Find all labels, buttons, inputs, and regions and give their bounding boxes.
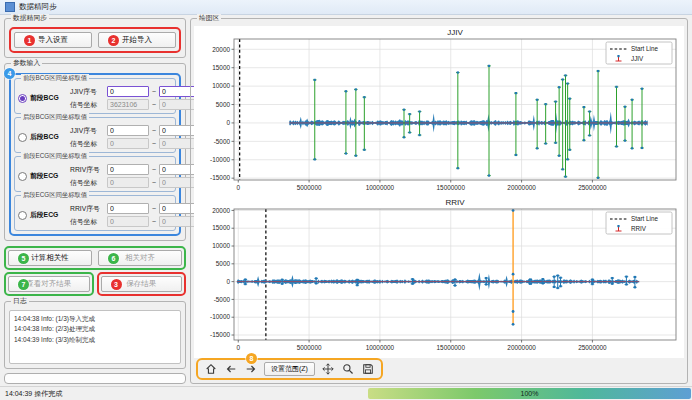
- zoom-icon[interactable]: [342, 363, 355, 376]
- rear-ecg-signal-min-input: [107, 216, 149, 227]
- set-range-button[interactable]: 设置范围(Z): [264, 362, 315, 376]
- svg-text:0: 0: [236, 184, 240, 191]
- tilde: ~: [152, 140, 156, 147]
- app-icon: [5, 2, 15, 12]
- tilde: ~: [152, 205, 156, 212]
- params-highlight-rect: 4 前段BCG区间坐标取值 前段BCG JJIV序号 ~: [9, 73, 181, 236]
- badge-7: 7: [18, 279, 29, 290]
- rear-ecg-rriv-min-input[interactable]: [107, 203, 149, 214]
- progress-label: 100%: [521, 390, 539, 397]
- svg-text:25000000: 25000000: [578, 344, 607, 351]
- svg-text:0: 0: [236, 344, 240, 351]
- svg-text:15000: 15000: [212, 64, 230, 71]
- left-progress-bar: [4, 373, 186, 384]
- log-line: 14:04:39 Info: (3/3)绘制完成: [14, 335, 176, 345]
- signal-coord-label: 信号坐标: [70, 139, 104, 149]
- view-align-result-label: 查看对齐结果: [26, 279, 71, 289]
- import-highlight-rect: 1 导入设置 2 开始导入: [9, 27, 181, 53]
- rriv-index-label: RRIV序号: [70, 204, 104, 214]
- param-group-front-bcg-title: 前段BCG区间坐标取值: [21, 74, 89, 82]
- plot-group-title: 绘图区: [197, 14, 221, 22]
- view-align-result-button[interactable]: 7 查看对齐结果: [8, 276, 90, 292]
- svg-text:JJIV: JJIV: [631, 55, 644, 62]
- sync-group-title: 数据精同步: [11, 14, 49, 22]
- chart-rriv[interactable]: 0500000010000000150000002000000025000000…: [194, 196, 684, 356]
- svg-text:-10000: -10000: [210, 156, 230, 163]
- svg-text:-10000: -10000: [210, 313, 230, 320]
- correlation-align-button[interactable]: 6 相关对齐: [98, 250, 182, 266]
- progress-bar: 100%: [368, 388, 691, 399]
- badge-6: 6: [108, 253, 119, 264]
- correlation-highlight-rect: 5 计算相关性 6 相关对齐: [4, 246, 186, 270]
- svg-text:15000000: 15000000: [437, 184, 466, 191]
- main-area: 数据精同步 1 导入设置 2 开始导入 参数输入 4 前段BCG区间坐标取值: [0, 15, 692, 386]
- front-ecg-rriv-min-input[interactable]: [107, 164, 149, 175]
- param-group-rear-ecg-title: 后段ECG区间坐标取值: [21, 191, 89, 199]
- badge-3: 3: [111, 279, 122, 290]
- plot-groupbox: 绘图区 050000001000000015000000200000002500…: [190, 18, 688, 384]
- start-import-button[interactable]: 2 开始导入: [98, 32, 176, 48]
- log-output[interactable]: 14:04:38 Info: (1/3)导入完成 14:04:38 Info: …: [9, 310, 181, 364]
- tilde: ~: [152, 88, 156, 95]
- tilde: ~: [152, 101, 156, 108]
- front-bcg-jjiv-min-input[interactable]: [107, 86, 149, 97]
- status-message: 14:04:39 操作完成: [5, 389, 62, 399]
- figure-canvas[interactable]: 0500000010000000150000002000000025000000…: [194, 26, 684, 358]
- svg-text:10000: 10000: [212, 242, 230, 249]
- param-group-rear-bcg-title: 后段BCG区间坐标取值: [21, 113, 89, 121]
- tilde: ~: [152, 179, 156, 186]
- log-line: 14:04:38 Info: (2/3)处理完成: [14, 324, 176, 334]
- signal-coord-label: 信号坐标: [70, 100, 104, 110]
- param-group-front-bcg: 前段BCG区间坐标取值 前段BCG JJIV序号 ~: [14, 78, 176, 114]
- svg-text:Start Line: Start Line: [631, 45, 658, 52]
- forward-arrow-icon[interactable]: [244, 363, 257, 376]
- rear-bcg-jjiv-min-input[interactable]: [107, 125, 149, 136]
- window-title: 数据精同步: [19, 2, 57, 12]
- status-bar: 14:04:39 操作完成 100%: [0, 386, 692, 400]
- log-group: 日志 14:04:38 Info: (1/3)导入完成 14:04:38 Inf…: [4, 301, 186, 369]
- log-line: 14:04:38 Info: (1/3)导入完成: [14, 314, 176, 324]
- tilde: ~: [152, 127, 156, 134]
- svg-text:20000000: 20000000: [507, 184, 536, 191]
- svg-text:-5000: -5000: [214, 296, 231, 303]
- chart-jjiv[interactable]: 0500000010000000150000002000000025000000…: [194, 26, 684, 196]
- radio-front-ecg[interactable]: [18, 172, 27, 181]
- save-result-label: 保存结果: [126, 279, 156, 289]
- svg-text:Start Line: Start Line: [631, 215, 658, 222]
- save-figure-icon[interactable]: [362, 363, 375, 376]
- params-group-title: 参数输入: [11, 59, 42, 67]
- radio-front-bcg[interactable]: [18, 94, 27, 103]
- svg-text:20000: 20000: [212, 207, 230, 214]
- tilde: ~: [152, 218, 156, 225]
- svg-text:15000000: 15000000: [437, 344, 466, 351]
- svg-text:20000: 20000: [212, 46, 230, 53]
- svg-text:20000000: 20000000: [507, 344, 536, 351]
- home-icon[interactable]: [204, 363, 217, 376]
- svg-text:10000000: 10000000: [366, 184, 395, 191]
- save-result-button[interactable]: 3 保存结果: [101, 276, 183, 292]
- params-group: 参数输入 4 前段BCG区间坐标取值 前段BCG JJIV序号: [4, 63, 186, 241]
- badge-4: 4: [4, 68, 15, 79]
- svg-text:0: 0: [226, 278, 230, 285]
- titlebar: 数据精同步: [0, 0, 692, 15]
- signal-coord-label: 信号坐标: [70, 217, 104, 227]
- svg-text:-15000: -15000: [210, 331, 230, 338]
- pan-icon[interactable]: [322, 363, 335, 376]
- back-arrow-icon[interactable]: [224, 363, 237, 376]
- plot-panel: 绘图区 050000001000000015000000200000002500…: [190, 16, 688, 384]
- radio-rear-ecg[interactable]: [18, 211, 27, 220]
- radio-rear-ecg-label: 后段ECG: [30, 210, 58, 220]
- svg-text:25000000: 25000000: [578, 184, 607, 191]
- svg-text:5000000: 5000000: [297, 344, 322, 351]
- radio-front-bcg-label: 前段BCG: [30, 93, 59, 103]
- svg-text:JJIV: JJIV: [447, 28, 463, 37]
- calc-correlation-button[interactable]: 5 计算相关性: [8, 250, 92, 266]
- param-group-front-ecg-title: 前段ECG区间坐标取值: [21, 152, 89, 160]
- svg-text:RRIV: RRIV: [445, 198, 465, 207]
- import-settings-button[interactable]: 1 导入设置: [14, 32, 92, 48]
- radio-front-ecg-label: 前段ECG: [30, 171, 58, 181]
- svg-text:15000: 15000: [212, 224, 230, 231]
- svg-text:-5000: -5000: [214, 138, 231, 145]
- sync-group: 数据精同步 1 导入设置 2 开始导入: [4, 18, 186, 58]
- radio-rear-bcg[interactable]: [18, 133, 27, 142]
